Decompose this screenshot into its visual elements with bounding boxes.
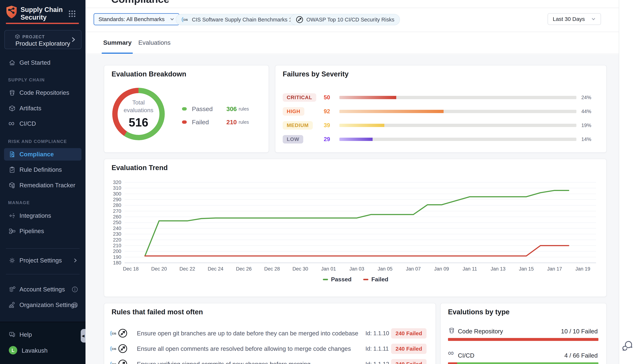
svg-text:Dec 24: Dec 24 [208,266,223,272]
project-cube-icon [15,34,20,39]
svg-text:Dec 26: Dec 26 [236,266,252,272]
total-evaluations-value: 516 [129,116,148,129]
passed-dot-icon [182,107,187,110]
section-manage: MANAGE [8,200,30,205]
severity-bar-fill [339,138,373,141]
legend-label: Passed [331,276,352,283]
severity-badge: CRITICAL [283,93,316,102]
tab-evaluations[interactable]: Evaluations [138,32,169,54]
avatar: L [9,346,17,354]
benchmark-chip-owasp[interactable]: OWASP Top 10 CI/CD Security Risks [290,14,400,25]
sidebar-item-remediation-tracker[interactable]: Remediation Tracker [0,179,86,191]
app-title: Supply Chain Security [21,6,63,21]
card-title: Failures by Severity [283,70,349,78]
project-name: Product Exploratory [16,40,70,47]
severity-percent: 14% [581,135,591,144]
sidebar-item-compliance[interactable]: Compliance [4,148,82,160]
severity-row-high: HIGH 92 44% [275,107,607,116]
section-risk-compliance: RISK AND COMPLIANCE [8,139,67,144]
sidebar-item-label: Pipelines [20,225,44,237]
trend-legend-passed: Passed [323,276,352,283]
sidebar-item-label: Project Settings [20,254,62,266]
trend-legend-failed: Failed [363,276,388,283]
main-content: Compliance Standards: All Benchmarks CIS… [86,0,619,364]
svg-text:210: 210 [113,243,121,248]
card-failures-by-severity: Failures by Severity CRITICAL 50 24% HIG… [275,65,607,153]
legend-label: Failed [371,276,388,283]
date-range-dropdown[interactable]: Last 30 Days [548,13,601,25]
severity-percent: 44% [581,107,591,116]
sidebar-item-cicd[interactable]: ∞ CI/CD [0,118,86,130]
chat-widget-icon[interactable] [621,340,633,352]
info-icon[interactable] [72,286,78,293]
card-title: Rules that failed most often [112,308,203,316]
org-gear-icon [9,301,16,309]
sidebar-user[interactable]: L Lavakush [0,344,86,357]
type-bar-code-repository [448,338,598,341]
sidebar-divider [6,274,80,274]
card-title: Evaluation Breakdown [112,70,186,78]
code-repository-icon [9,89,16,96]
legend-row-passed: Passed 306 rules [182,104,263,114]
sidebar-item-help[interactable]: ? Help [0,329,86,341]
chevron-down-icon [170,17,174,22]
sidebar-item-get-started[interactable]: Get Started [0,57,86,69]
svg-text:290: 290 [113,197,121,202]
chip-label: OWASP Top 10 CI/CD Security Risks [306,17,394,23]
severity-bar-track [339,96,576,99]
svg-text:CIS: CIS [112,363,116,364]
sidebar-item-code-repositories[interactable]: Code Repositories [0,87,86,99]
card-rules-failed-most: Rules that failed most often CIS Ensure … [104,303,436,364]
rule-id: Id: 1.1.12 [366,355,389,364]
tab-summary[interactable]: Summary [102,32,133,54]
home-icon [9,59,16,66]
info-icon[interactable] [72,302,78,308]
sidebar-item-pipelines[interactable]: Pipelines [0,225,86,237]
sidebar-item-rule-definitions[interactable]: Rule Definitions [0,164,86,176]
severity-bar-track [339,138,576,141]
cis-logo-icon: CIS [181,16,189,24]
svg-text:CIS: CIS [112,348,116,350]
svg-text:260: 260 [113,214,121,220]
card-evaluations-by-type: Evalutions by type Code Repository 10 / … [440,303,607,364]
sidebar-collapse-handle[interactable]: ◀ [81,329,86,342]
rule-text: Ensure verifying signed commits of new c… [137,355,310,364]
chevron-right-icon [71,37,76,42]
app-logo-shield-icon [6,5,18,19]
passed-line-icon [323,279,328,280]
rule-row[interactable]: CIS Ensure verifying signed commits of n… [104,355,436,364]
severity-value: 29 [319,135,335,144]
svg-text:Jan 07: Jan 07 [406,266,421,272]
project-selector[interactable]: PROJECT Product Exploratory [5,30,82,49]
sidebar-item-label: Rule Definitions [20,164,62,176]
standards-dropdown[interactable]: Standards: All Benchmarks [94,13,179,25]
legend-unit: rules [239,106,249,112]
svg-text:230: 230 [113,231,121,237]
card-evaluation-trend: Evaluation Trend 32031030029028027026025… [104,159,607,297]
legend-row-failed: Failed 210 rules [182,118,263,127]
help-chat-icon: ? [9,331,16,338]
rule-failed-badge: 240 Failed [391,359,427,364]
severity-value: 39 [319,121,335,130]
severity-percent: 24% [581,93,591,102]
cis-logo-icon: CIS [110,360,117,364]
sidebar-item-integrations[interactable]: Integrations [0,210,86,222]
sidebar-item-artifacts[interactable]: Artifacts [0,102,86,114]
severity-badge: MEDIUM [283,121,313,130]
benchmark-chip-cis[interactable]: CIS CIS Software Supply Chain Benchmarks… [176,14,302,25]
project-label: PROJECT [22,34,45,40]
sidebar-item-label: Organization Settings [20,299,77,311]
sidebar-item-account-settings[interactable]: Account Settings [0,283,86,296]
svg-text:180: 180 [113,260,121,266]
trend-legend: Passed Failed [104,276,607,283]
owasp-logo-icon [118,359,128,364]
owasp-logo-icon [296,16,303,24]
sidebar-item-organization-settings[interactable]: Organization Settings [0,299,86,311]
svg-text:Jan 01: Jan 01 [321,266,336,272]
sidebar-item-project-settings[interactable]: Project Settings [0,254,86,266]
layers-gear-icon [9,286,16,293]
app-switcher-grid-icon[interactable] [68,10,76,18]
svg-text:300: 300 [113,191,121,197]
owasp-logo-icon [118,328,128,338]
artifacts-box-icon [9,105,16,112]
